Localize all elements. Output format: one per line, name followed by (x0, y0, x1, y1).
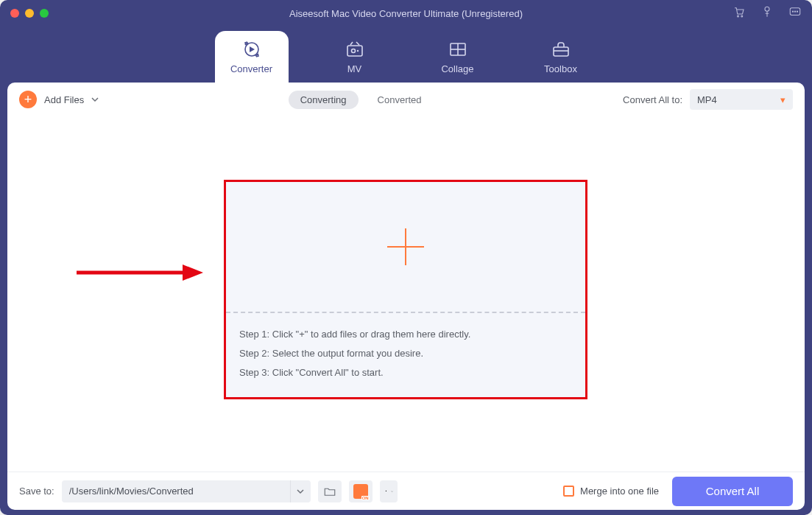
toolbox-icon (551, 40, 571, 59)
bottom-bar: Save to: Merge into one file (7, 472, 805, 510)
chip-icon (353, 484, 368, 499)
add-files-label: Add Files (44, 94, 84, 105)
status-segmented: Converting Converted (289, 91, 434, 109)
plus-icon (387, 228, 424, 265)
save-to-label: Save to: (19, 486, 54, 497)
plus-icon: + (19, 91, 37, 108)
annotation-arrow (74, 262, 205, 284)
output-format-value: MP4 (697, 94, 717, 105)
svg-point-18 (386, 491, 386, 491)
add-files-button[interactable]: + Add Files (19, 91, 99, 108)
collage-icon (448, 40, 468, 59)
minimize-window-button[interactable] (25, 9, 34, 18)
convert-all-to-label: Convert All to: (623, 94, 682, 105)
tab-toolbox[interactable]: Toolbox (524, 31, 598, 83)
chevron-down-icon: ▾ (780, 94, 785, 105)
svg-point-2 (765, 7, 769, 11)
register-key-icon[interactable] (760, 5, 774, 21)
segment-converting[interactable]: Converting (289, 91, 359, 109)
chevron-down-icon (391, 488, 393, 494)
tab-converter[interactable]: Converter (215, 31, 289, 83)
tab-label: Converter (230, 63, 272, 74)
titlebar: Aiseesoft Mac Video Converter Ultimate (… (0, 0, 812, 27)
instruction-steps: Step 1: Click "+" to add files or drag t… (226, 313, 585, 394)
checkbox-box (563, 486, 574, 497)
chevron-down-icon[interactable] (91, 93, 99, 106)
tab-label: MV (347, 63, 362, 74)
tab-collage[interactable]: Collage (421, 31, 495, 83)
step-text: Step 3: Click "Convert All" to start. (239, 363, 572, 382)
segment-converted[interactable]: Converted (366, 91, 434, 109)
output-format-select[interactable]: MP4 ▾ (690, 89, 793, 110)
svg-point-4 (792, 11, 793, 12)
svg-rect-14 (554, 47, 568, 56)
svg-point-6 (797, 11, 797, 12)
gear-icon (384, 489, 388, 493)
svg-point-9 (351, 49, 355, 52)
drop-zone[interactable]: Step 1: Click "+" to add files or drag t… (224, 180, 587, 399)
convert-all-button[interactable]: Convert All (672, 477, 793, 506)
close-window-button[interactable] (10, 9, 19, 18)
svg-marker-17 (183, 264, 203, 281)
maximize-window-button[interactable] (40, 9, 49, 18)
settings-button[interactable] (380, 480, 398, 502)
merge-checkbox[interactable]: Merge into one file (563, 486, 659, 497)
save-path-dropdown[interactable] (290, 480, 311, 502)
content-panel: + Add Files Converting Converted Convert… (7, 83, 805, 510)
step-text: Step 1: Click "+" to add files or drag t… (239, 325, 572, 344)
cart-icon[interactable] (732, 5, 746, 21)
step-text: Step 2: Select the output format you des… (239, 344, 572, 363)
mv-icon (345, 40, 365, 59)
save-path-input[interactable] (62, 480, 290, 502)
gpu-acceleration-button[interactable] (349, 480, 373, 502)
tab-label: Toolbox (544, 63, 577, 74)
main-nav: Converter MV Collage Toolbox (0, 27, 812, 83)
convert-all-to: Convert All to: MP4 ▾ (623, 89, 793, 110)
app-window: Aiseesoft Mac Video Converter Ultimate (… (0, 0, 812, 515)
svg-point-0 (738, 15, 739, 17)
svg-point-1 (741, 15, 743, 17)
toolbar: + Add Files Converting Converted Convert… (7, 83, 805, 116)
save-path-control (62, 480, 311, 502)
feedback-icon[interactable] (788, 5, 802, 21)
app-title: Aiseesoft Mac Video Converter Ultimate (… (289, 8, 523, 19)
tab-mv[interactable]: MV (318, 31, 392, 83)
window-controls (10, 9, 49, 18)
main-area: Step 1: Click "+" to add files or drag t… (7, 116, 805, 472)
svg-point-5 (794, 11, 795, 12)
open-folder-button[interactable] (318, 480, 342, 502)
merge-label: Merge into one file (580, 486, 659, 497)
drop-zone-add-area[interactable] (226, 182, 585, 312)
tab-label: Collage (441, 63, 473, 74)
converter-icon (241, 40, 262, 59)
svg-point-10 (356, 49, 358, 51)
